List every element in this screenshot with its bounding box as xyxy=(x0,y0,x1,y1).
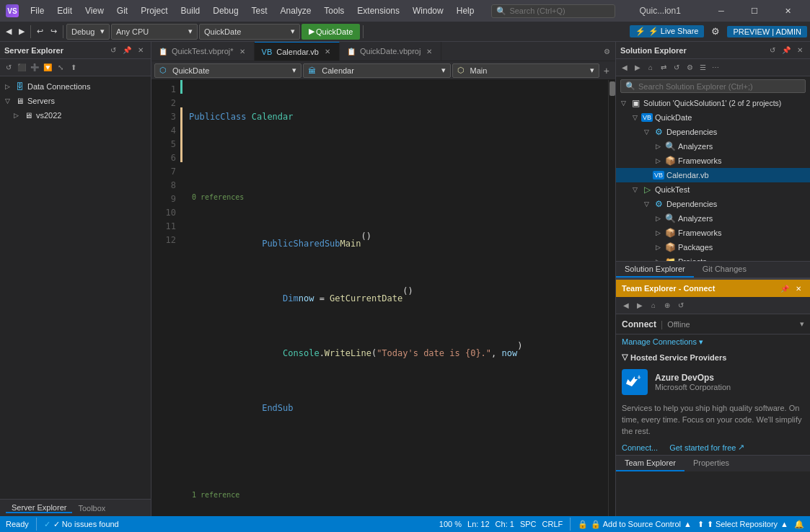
se-item-projects[interactable]: ▷ 📁 Projects xyxy=(616,254,810,261)
se-search-input[interactable] xyxy=(638,82,801,91)
refresh-button[interactable]: ↺ xyxy=(3,62,14,74)
tab-close-icon[interactable]: ✕ xyxy=(238,47,247,56)
platform-dropdown[interactable]: Any CPU ▾ xyxy=(111,24,198,40)
tab-close-icon[interactable]: ✕ xyxy=(425,47,433,56)
add-to-source-control-button[interactable]: 🔒 🔒 Add to Source Control ▲ xyxy=(578,520,692,529)
notifications-bell[interactable]: 🔔 xyxy=(794,520,804,529)
se-item-frameworks-2[interactable]: ▷ 📦 Frameworks xyxy=(616,226,810,240)
solution-explorer-search[interactable]: 🔍 xyxy=(620,79,806,93)
undo-button[interactable]: ↩ xyxy=(34,24,46,40)
tab-team-explorer[interactable]: Team Explorer xyxy=(616,456,684,471)
se-item-dependencies-1[interactable]: ▽ ⚙ Dependencies xyxy=(616,125,810,139)
back-icon[interactable]: ◀ xyxy=(620,300,632,311)
tab-solution-explorer[interactable]: Solution Explorer xyxy=(616,262,694,278)
close-button[interactable]: ✕ xyxy=(771,0,804,22)
menu-edit[interactable]: Edit xyxy=(51,4,78,18)
minimize-button[interactable]: ─ xyxy=(705,0,738,22)
title-search-box[interactable]: 🔍 xyxy=(491,4,615,18)
tab-quickdate-vbproj[interactable]: 📋 QuickDate.vbproj ✕ xyxy=(340,42,441,61)
tab-quicktest-vbproj[interactable]: 📋 QuickTest.vbproj* ✕ xyxy=(151,42,255,61)
debug-config-dropdown[interactable]: Debug ▾ xyxy=(66,24,110,40)
connect-icon[interactable]: ⊕ xyxy=(661,300,673,311)
code-text[interactable]: Public Class Calendar 0 references Publi… xyxy=(183,80,608,516)
filter-icon[interactable]: ☰ xyxy=(697,62,708,74)
se-item-quicktest[interactable]: ▽ ▷ QuickTest xyxy=(616,182,810,197)
se-item-packages[interactable]: ▷ 📦 Packages xyxy=(616,240,810,254)
redo-button[interactable]: ↪ xyxy=(48,24,60,40)
preview-admin-button[interactable]: PREVIEW | ADMIN xyxy=(727,26,807,37)
editor-scrollbar[interactable] xyxy=(608,80,615,516)
project-dropdown[interactable]: QuickDate ▾ xyxy=(199,24,300,40)
server-explorer-tab[interactable]: Server Explorer xyxy=(6,503,72,513)
tree-item-data-connections[interactable]: ▷ 🗄 Data Connections xyxy=(0,79,151,94)
settings-icon[interactable]: ⚙ xyxy=(684,62,695,74)
live-share-button[interactable]: ⚡ ⚡ Live Share xyxy=(630,25,705,37)
get-started-link[interactable]: Get started for free ↗ xyxy=(669,443,744,452)
dropdown-arrow-icon[interactable]: ▾ xyxy=(800,319,804,329)
more-icon[interactable]: ⋯ xyxy=(710,62,721,74)
code-editor[interactable]: 12345 678910 1112 Public Clas xyxy=(151,80,615,516)
se-item-analyzers-2[interactable]: ▷ 🔍 Analyzers xyxy=(616,211,810,226)
class-dropdown[interactable]: 🏛 Calendar ▾ xyxy=(303,63,450,78)
settings-button[interactable]: ⚙ xyxy=(708,24,723,40)
back-icon[interactable]: ◀ xyxy=(619,62,630,74)
toolbox-tab[interactable]: Toolbox xyxy=(72,504,111,513)
menu-build[interactable]: Build xyxy=(175,4,206,18)
sync-icon[interactable]: ⇄ xyxy=(658,62,669,74)
filter-button[interactable]: 🔽 xyxy=(42,62,53,74)
menu-analyze[interactable]: Analyze xyxy=(275,4,317,18)
refresh-icon[interactable]: ↺ xyxy=(671,62,682,74)
menu-project[interactable]: Project xyxy=(135,4,173,18)
refresh-icon[interactable]: ↺ xyxy=(767,45,778,56)
line-endings[interactable]: CRLF xyxy=(542,520,563,528)
back-button[interactable]: ◀ xyxy=(3,24,14,40)
tab-properties[interactable]: Properties xyxy=(684,456,738,471)
select-repository-button[interactable]: ⬆ ⬆ Select Repository ▲ xyxy=(697,520,788,529)
menu-view[interactable]: View xyxy=(79,4,110,18)
menu-tools[interactable]: Tools xyxy=(318,4,350,18)
add-member-button[interactable]: + xyxy=(601,63,612,79)
expand-all-button[interactable]: ⤡ xyxy=(55,62,66,74)
se-item-frameworks-1[interactable]: ▷ 📦 Frameworks xyxy=(616,154,810,168)
menu-file[interactable]: File xyxy=(25,4,50,18)
no-issues-indicator[interactable]: ✓ ✓ No issues found xyxy=(44,520,119,529)
title-search-input[interactable] xyxy=(509,6,610,15)
collapse-button[interactable]: ⬆ xyxy=(68,62,79,74)
connect-link[interactable]: Connect... xyxy=(622,443,658,452)
forward-button[interactable]: ▶ xyxy=(16,24,27,40)
refresh-icon[interactable]: ↺ xyxy=(675,300,687,311)
close-icon[interactable]: ✕ xyxy=(135,45,146,56)
settings-icon[interactable]: ⚙ xyxy=(601,45,612,57)
pin-icon[interactable]: 📌 xyxy=(779,283,791,294)
se-item-calendar-vb[interactable]: VB Calendar.vb xyxy=(616,168,810,182)
home-icon[interactable]: ⌂ xyxy=(645,62,656,74)
tree-item-servers[interactable]: ▽ 🖥 Servers xyxy=(0,94,151,108)
forward-icon[interactable]: ▶ xyxy=(632,62,643,74)
menu-window[interactable]: Window xyxy=(407,4,449,18)
close-icon[interactable]: ✕ xyxy=(794,45,806,56)
stop-button[interactable]: ⬛ xyxy=(16,62,27,74)
menu-extensions[interactable]: Extensions xyxy=(351,4,405,18)
tab-git-changes[interactable]: Git Changes xyxy=(694,262,755,278)
se-item-analyzers-1[interactable]: ▷ 🔍 Analyzers xyxy=(616,139,810,154)
manage-connections-button[interactable]: Manage Connections ▾ xyxy=(616,334,810,350)
se-item-dependencies-2[interactable]: ▽ ⚙ Dependencies xyxy=(616,197,810,211)
close-icon[interactable]: ✕ xyxy=(793,283,804,294)
forward-icon[interactable]: ▶ xyxy=(634,300,646,311)
pin-icon[interactable]: 📌 xyxy=(780,45,792,56)
menu-test[interactable]: Test xyxy=(246,4,273,18)
method-dropdown[interactable]: ⬡ Main ▾ xyxy=(452,63,599,78)
menu-git[interactable]: Git xyxy=(111,4,133,18)
zoom-level[interactable]: 100 % xyxy=(439,520,462,528)
se-item-solution[interactable]: ▽ ▣ Solution 'QuickSolution1' (2 of 2 pr… xyxy=(616,96,810,110)
add-button[interactable]: ➕ xyxy=(29,62,40,74)
se-item-quickdate[interactable]: ▽ VB QuickDate xyxy=(616,110,810,125)
tab-close-icon[interactable]: ✕ xyxy=(323,47,332,56)
pin-icon[interactable]: 📌 xyxy=(121,45,133,56)
refresh-icon[interactable]: ↺ xyxy=(107,45,119,56)
tree-item-vs2022[interactable]: ▷ 🖥 vs2022 xyxy=(9,108,151,123)
menu-debug[interactable]: Debug xyxy=(207,4,244,18)
home-icon[interactable]: ⌂ xyxy=(648,300,659,311)
menu-help[interactable]: Help xyxy=(451,4,480,18)
run-button[interactable]: ▶ QuickDate xyxy=(301,24,360,40)
